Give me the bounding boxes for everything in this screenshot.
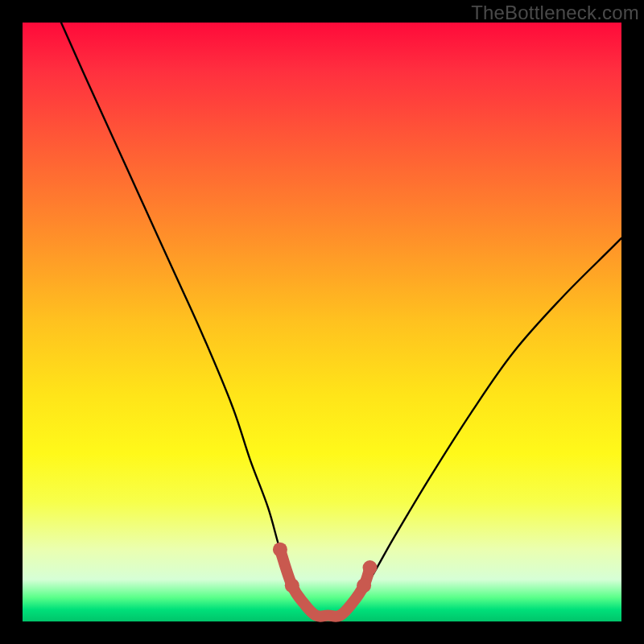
optimal-zone-dot [273,543,287,557]
chart-svg [23,23,621,621]
optimal-zone-dot [285,578,299,592]
chart-plot-area [23,23,621,621]
bottleneck-curve [59,17,621,617]
optimal-zone-dot [357,578,371,592]
watermark-text: TheBottleneck.com [471,2,639,24]
optimal-zone-markers [273,543,378,617]
optimal-zone-dot [363,560,378,575]
